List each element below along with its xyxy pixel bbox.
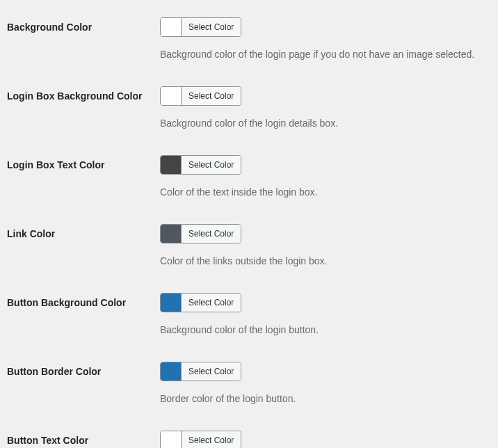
color-picker-button-border-color[interactable]: Select Color xyxy=(160,362,241,381)
select-color-button-background-color[interactable]: Select Color xyxy=(182,18,241,36)
select-color-button-button-text-color[interactable]: Select Color xyxy=(182,431,241,448)
setting-control-background-color: Select ColorBackground color of the logi… xyxy=(160,7,491,76)
setting-description-login-box-background-color: Background color of the login details bo… xyxy=(160,116,484,131)
color-swatch-link-color[interactable] xyxy=(161,225,182,243)
color-swatch-background-color[interactable] xyxy=(161,18,182,36)
setting-control-button-text-color: Select ColorColor of the login button te… xyxy=(160,420,491,448)
color-picker-login-box-text-color[interactable]: Select Color xyxy=(160,155,241,175)
setting-control-login-box-text-color: Select ColorColor of the text inside the… xyxy=(160,145,491,214)
color-picker-button-background-color[interactable]: Select Color xyxy=(160,293,241,312)
setting-control-button-background-color: Select ColorBackground color of the logi… xyxy=(160,282,491,351)
color-swatch-button-border-color[interactable] xyxy=(161,362,182,381)
setting-row-background-color: Background ColorSelect ColorBackground c… xyxy=(7,7,491,76)
setting-row-link-color: Link ColorSelect ColorColor of the links… xyxy=(7,214,491,282)
setting-description-login-box-text-color: Color of the text inside the login box. xyxy=(160,185,484,200)
setting-label-login-box-text-color: Login Box Text Color xyxy=(7,145,160,214)
setting-row-button-text-color: Button Text ColorSelect ColorColor of th… xyxy=(7,420,491,448)
setting-control-link-color: Select ColorColor of the links outside t… xyxy=(160,214,491,282)
setting-control-button-border-color: Select ColorBorder color of the login bu… xyxy=(160,351,491,420)
setting-label-background-color: Background Color xyxy=(7,7,160,76)
color-picker-button-text-color[interactable]: Select Color xyxy=(160,431,241,448)
setting-label-button-background-color: Button Background Color xyxy=(7,282,160,351)
select-color-button-login-box-text-color[interactable]: Select Color xyxy=(182,156,241,174)
color-picker-link-color[interactable]: Select Color xyxy=(160,224,241,243)
select-color-button-button-border-color[interactable]: Select Color xyxy=(182,362,241,381)
color-picker-login-box-background-color[interactable]: Select Color xyxy=(160,86,241,106)
setting-row-login-box-background-color: Login Box Background ColorSelect ColorBa… xyxy=(7,76,491,145)
color-settings-table: Background ColorSelect ColorBackground c… xyxy=(7,7,491,448)
setting-row-login-box-text-color: Login Box Text ColorSelect ColorColor of… xyxy=(7,145,491,214)
setting-control-login-box-background-color: Select ColorBackground color of the logi… xyxy=(160,76,491,145)
setting-label-button-text-color: Button Text Color xyxy=(7,420,160,448)
setting-description-background-color: Background color of the login page if yo… xyxy=(160,47,484,62)
select-color-button-button-background-color[interactable]: Select Color xyxy=(182,294,241,312)
setting-label-login-box-background-color: Login Box Background Color xyxy=(7,76,160,145)
setting-description-link-color: Color of the links outside the login box… xyxy=(160,254,484,269)
color-swatch-button-background-color[interactable] xyxy=(161,294,182,312)
select-color-button-link-color[interactable]: Select Color xyxy=(182,225,241,243)
setting-row-button-background-color: Button Background ColorSelect ColorBackg… xyxy=(7,282,491,351)
color-swatch-login-box-background-color[interactable] xyxy=(161,87,182,105)
select-color-button-login-box-background-color[interactable]: Select Color xyxy=(182,87,241,105)
setting-description-button-background-color: Background color of the login button. xyxy=(160,323,484,337)
setting-label-button-border-color: Button Border Color xyxy=(7,351,160,420)
setting-description-button-border-color: Border color of the login button. xyxy=(160,392,484,406)
setting-row-button-border-color: Button Border ColorSelect ColorBorder co… xyxy=(7,351,491,420)
color-swatch-button-text-color[interactable] xyxy=(161,431,182,448)
color-swatch-login-box-text-color[interactable] xyxy=(161,156,182,174)
color-picker-background-color[interactable]: Select Color xyxy=(160,17,241,37)
setting-label-link-color: Link Color xyxy=(7,214,160,282)
